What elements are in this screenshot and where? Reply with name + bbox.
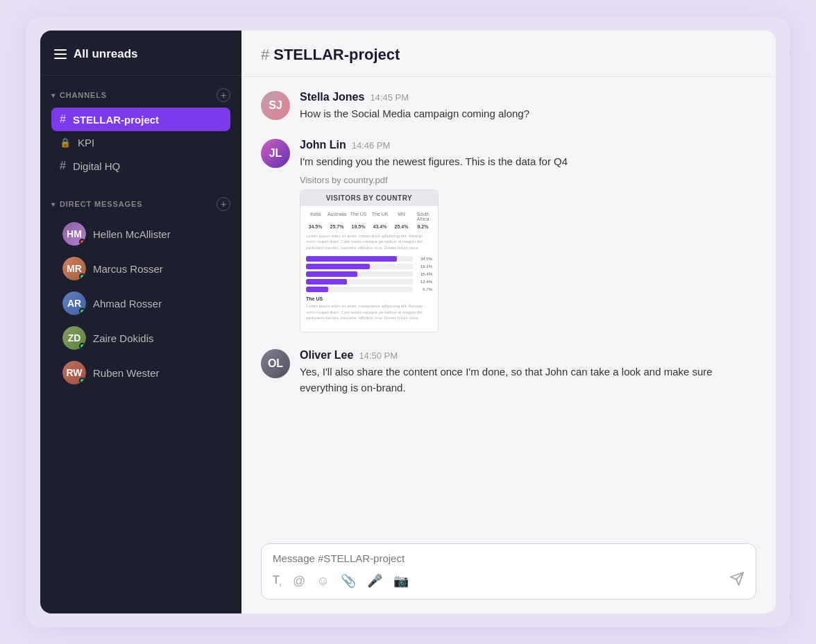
chat-header: # STELLAR-project	[241, 31, 776, 77]
video-icon[interactable]: 📷	[393, 573, 409, 588]
msg-text-oliver: Yes, I'll also share the content once I'…	[300, 364, 756, 396]
pdf-lorem-2: Lorem ipsum dolor sit amet, consectetur …	[306, 303, 432, 321]
channels-title: ▾ CHANNELS	[51, 91, 107, 99]
add-channel-button[interactable]: +	[216, 88, 230, 102]
pdf-country-us: The US	[349, 212, 368, 221]
msg-time-john: 14:46 PM	[352, 140, 391, 151]
pdf-bar-row-3: 15.4%	[306, 271, 432, 277]
pdf-val-6: 8.2%	[414, 224, 432, 229]
pdf-lorem-1: Lorem ipsum dolor sit amet, consectetur …	[306, 233, 432, 251]
channels-section-header: ▾ CHANNELS +	[51, 88, 230, 102]
dm-title: ▾ DIRECT MESSAGES	[51, 200, 142, 208]
channel-hash-icon: #	[60, 113, 66, 126]
pdf-bar-row-5: 6.7%	[306, 287, 432, 292]
chevron-icon: ▾	[51, 92, 56, 99]
add-dm-button[interactable]: +	[216, 197, 230, 211]
msg-content-oliver: Oliver Lee 14:50 PM Yes, I'll also share…	[300, 349, 756, 396]
all-unreads-button[interactable]: All unreads	[54, 47, 228, 61]
avatar-john-chat: JL	[261, 139, 290, 168]
pdf-country-australia: Australia	[328, 212, 346, 221]
dm-label: DIRECT MESSAGES	[60, 200, 143, 208]
pdf-val-1: 34.5%	[306, 224, 325, 229]
pdf-bar-row-4: 12.4%	[306, 279, 432, 285]
avatar-ruben: RW	[62, 361, 86, 384]
status-dot-zaire	[79, 343, 85, 349]
all-unreads-label: All unreads	[74, 47, 138, 61]
pdf-val-4: 43.4%	[371, 224, 389, 229]
pdf-country-uk: The UK	[371, 212, 389, 221]
dm-name-zaire: Zaire Dokidis	[93, 332, 154, 344]
pdf-bar-row-1: 34.5%	[306, 256, 432, 262]
channel-item-stellar[interactable]: # STELLAR-project	[51, 108, 230, 131]
dm-item-zaire[interactable]: ZD Zaire Dokidis	[60, 321, 222, 355]
messages-area: SJ Stella Jones 14:45 PM How is the Soci…	[241, 77, 776, 532]
msg-header-stella: Stella Jones 14:45 PM	[300, 91, 756, 103]
dm-item-hellen[interactable]: HM Hellen McAllister	[60, 217, 222, 251]
chat-title: # STELLAR-project	[261, 46, 756, 64]
attachment-label: Visitors by country.pdf	[300, 175, 756, 185]
channel-name-digitalhq: Digital HQ	[73, 160, 120, 172]
status-dot-ruben	[79, 378, 85, 384]
microphone-icon[interactable]: 🎤	[367, 573, 382, 588]
message-stella: SJ Stella Jones 14:45 PM How is the Soci…	[261, 91, 756, 122]
channels-label: CHANNELS	[60, 91, 107, 99]
channel-hash-icon-2: #	[60, 160, 66, 172]
pdf-body: India Australia The US The UK MN South A…	[300, 206, 438, 332]
dm-item-ahmad[interactable]: AR Ahmad Rosser	[60, 286, 222, 321]
avatar-zaire: ZD	[62, 326, 86, 350]
msg-text-john: I'm sending you the newest figures. This…	[300, 154, 756, 170]
pdf-country-mn: MN	[392, 212, 411, 221]
msg-author-stella: Stella Jones	[300, 91, 364, 103]
channel-item-digitalhq[interactable]: # Digital HQ	[51, 154, 230, 178]
channel-name-stellar: STELLAR-project	[73, 114, 159, 126]
lock-icon: 🔒	[60, 137, 71, 148]
channel-name-kpi: KPI	[78, 137, 94, 149]
channel-hash-header: #	[261, 46, 269, 64]
avatar-oliver-chat: OL	[261, 349, 290, 378]
dm-section-header: ▾ DIRECT MESSAGES +	[51, 197, 230, 211]
msg-header-john: John Lin 14:46 PM	[300, 139, 756, 151]
msg-time-stella: 14:45 PM	[370, 92, 409, 103]
message-john: JL John Lin 14:46 PM I'm sending you the…	[261, 139, 756, 333]
avatar-marcus: MR	[62, 257, 86, 280]
msg-header-oliver: Oliver Lee 14:50 PM	[300, 349, 756, 362]
msg-text-stella: How is the Social Media campaign coming …	[300, 106, 756, 122]
text-format-icon[interactable]: Tr	[273, 574, 282, 588]
dm-item-ruben[interactable]: RW Ruben Wester	[60, 355, 222, 390]
input-toolbar: Tr @ ☺ 📎 🎤 📷	[273, 571, 745, 591]
input-area: Tr @ ☺ 📎 🎤 📷	[241, 532, 776, 613]
dm-name-marcus: Marcus Rosser	[93, 263, 163, 275]
pdf-country-headers: India Australia The US The UK MN South A…	[306, 212, 432, 221]
pdf-section-title: The US	[306, 296, 432, 301]
channel-item-kpi[interactable]: 🔒 KPI	[51, 131, 230, 154]
avatar-ahmad: AR	[62, 291, 86, 315]
avatar-img-oliver-chat: OL	[261, 349, 290, 378]
send-button[interactable]	[729, 571, 745, 591]
msg-time-oliver: 14:50 PM	[359, 350, 398, 361]
pdf-preview[interactable]: VISITORS BY COUNTRY India Australia The …	[300, 189, 439, 332]
pdf-numbers-row: 34.5% 25.7% 19.5% 43.4% 25.4% 8.2%	[306, 224, 432, 229]
message-input[interactable]	[273, 552, 745, 564]
dm-name-hellen: Hellen McAllister	[93, 228, 171, 240]
pdf-bars: 34.5% 19.2% 15.4%	[306, 256, 432, 292]
msg-author-oliver: Oliver Lee	[300, 349, 353, 362]
dm-section: ▾ DIRECT MESSAGES + HM Hellen McAllister…	[40, 185, 241, 397]
message-oliver: OL Oliver Lee 14:50 PM Yes, I'll also sh…	[261, 349, 756, 396]
pdf-country-india: India	[306, 212, 325, 221]
dm-item-marcus[interactable]: MR Marcus Rosser	[60, 251, 222, 286]
status-dot-marcus	[79, 273, 85, 280]
dm-name-ruben: Ruben Wester	[93, 367, 160, 379]
dm-chevron-icon: ▾	[51, 201, 56, 208]
channels-section: ▾ CHANNELS + # STELLAR-project 🔒 KPI # D…	[40, 76, 241, 185]
status-dot-hellen	[79, 239, 85, 245]
channel-title-text: STELLAR-project	[273, 46, 400, 64]
main-chat: # STELLAR-project SJ Stella Jones 14:45 …	[241, 31, 776, 613]
pdf-val-3: 19.5%	[349, 224, 368, 229]
emoji-icon[interactable]: ☺	[316, 574, 329, 588]
pdf-title: VISITORS BY COUNTRY	[300, 190, 438, 206]
attachment-icon[interactable]: 📎	[341, 573, 356, 588]
avatar-stella-chat: SJ	[261, 91, 290, 120]
pdf-val-5: 25.4%	[392, 224, 411, 229]
mention-icon[interactable]: @	[293, 574, 305, 588]
input-box: Tr @ ☺ 📎 🎤 📷	[261, 543, 756, 600]
